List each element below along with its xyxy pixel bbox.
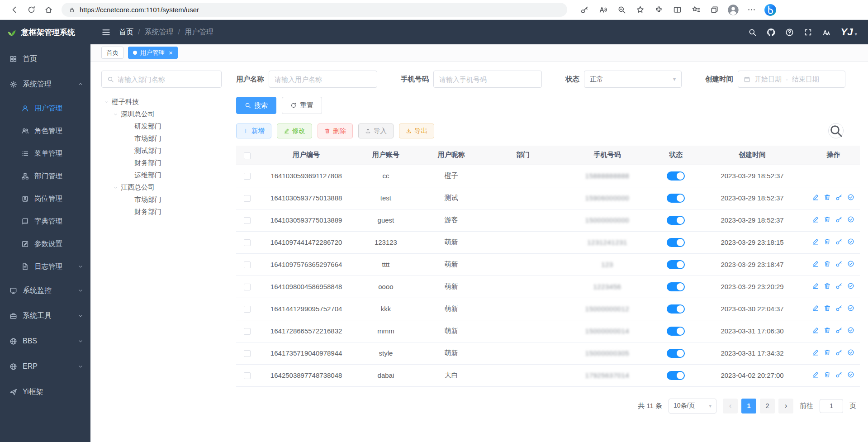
username-input[interactable] <box>269 71 377 88</box>
sidebar-item-param-settings[interactable]: 参数设置 <box>0 233 90 255</box>
sidebar-item-system-monitor[interactable]: 系统监控 <box>0 278 90 303</box>
status-toggle[interactable] <box>667 327 685 336</box>
tree-node[interactable]: 深圳总公司 <box>101 108 222 120</box>
row-checkbox[interactable] <box>244 284 251 290</box>
search-icon[interactable] <box>748 28 757 37</box>
assign-role-icon[interactable] <box>847 194 854 201</box>
delete-row-icon[interactable] <box>824 371 831 378</box>
toggle-search-button[interactable] <box>828 123 844 138</box>
page-2-button[interactable]: 2 <box>760 399 775 413</box>
import-button[interactable]: 导入 <box>358 124 394 138</box>
sidebar-item-erp[interactable]: ERP <box>0 354 90 379</box>
delete-button[interactable]: 删除 <box>318 124 353 138</box>
assign-role-icon[interactable] <box>847 282 854 290</box>
row-checkbox[interactable] <box>244 173 251 180</box>
reset-button[interactable]: 重置 <box>282 97 322 114</box>
reset-password-icon[interactable] <box>835 349 843 356</box>
sidebar-item-home[interactable]: 首页 <box>0 46 90 71</box>
reset-password-icon[interactable] <box>835 260 843 267</box>
row-checkbox[interactable] <box>244 239 251 246</box>
tree-node[interactable]: 橙子科技 <box>101 96 222 108</box>
sidebar-item-dict-management[interactable]: 字典管理 <box>0 210 90 233</box>
tree-node[interactable]: 市场部门 <box>101 133 222 145</box>
reset-password-icon[interactable] <box>835 282 843 290</box>
collapse-sidebar-icon[interactable] <box>101 28 111 37</box>
expand-caret-icon[interactable] <box>113 112 118 117</box>
assign-role-icon[interactable] <box>847 371 854 378</box>
delete-row-icon[interactable] <box>824 216 831 223</box>
expand-caret-icon[interactable] <box>104 100 109 105</box>
assign-role-icon[interactable] <box>847 216 854 223</box>
reset-password-icon[interactable] <box>835 194 843 201</box>
export-button[interactable]: 导出 <box>399 124 434 138</box>
sidebar-item-menu-management[interactable]: 菜单管理 <box>0 142 90 165</box>
sidebar-item-system-management[interactable]: 系统管理 <box>0 71 90 97</box>
prev-page-button[interactable]: ‹ <box>723 399 738 413</box>
row-checkbox[interactable] <box>244 195 251 202</box>
split-screen-icon[interactable] <box>670 2 685 17</box>
edit-row-icon[interactable] <box>812 216 819 223</box>
delete-row-icon[interactable] <box>824 304 831 312</box>
edit-row-icon[interactable] <box>812 327 819 334</box>
status-toggle[interactable] <box>667 260 685 269</box>
status-toggle[interactable] <box>667 238 685 247</box>
app-logo[interactable]: 意框架管理系统 <box>0 20 90 44</box>
delete-row-icon[interactable] <box>824 349 831 356</box>
sidebar-item-role-management[interactable]: 角色管理 <box>0 119 90 142</box>
sidebar-item-post-management[interactable]: 岗位管理 <box>0 187 90 210</box>
collections-icon[interactable] <box>707 2 722 17</box>
zoom-out-icon[interactable] <box>614 2 629 17</box>
sidebar-item-department-management[interactable]: 部门管理 <box>0 165 90 187</box>
expand-caret-icon[interactable] <box>113 185 118 190</box>
status-toggle[interactable] <box>667 282 685 291</box>
edit-row-icon[interactable] <box>812 371 819 378</box>
row-checkbox[interactable] <box>244 350 251 357</box>
sidebar-item-system-tools[interactable]: 系统工具 <box>0 303 90 328</box>
address-bar[interactable]: https://ccnetcore.com:1101/system/user <box>62 3 567 17</box>
home-icon[interactable] <box>41 2 56 18</box>
favorites-bar-icon[interactable] <box>688 2 703 17</box>
tree-node[interactable]: 市场部门 <box>101 194 222 206</box>
search-button[interactable]: 搜索 <box>236 97 276 114</box>
help-icon[interactable] <box>785 28 794 37</box>
tree-node[interactable]: 研发部门 <box>101 120 222 133</box>
status-toggle[interactable] <box>667 171 685 181</box>
delete-row-icon[interactable] <box>824 238 831 245</box>
close-tab-icon[interactable]: × <box>169 49 173 57</box>
favorite-add-icon[interactable] <box>633 2 648 17</box>
edit-row-icon[interactable] <box>812 304 819 312</box>
tree-node[interactable]: 运维部门 <box>101 169 222 181</box>
reset-password-icon[interactable] <box>835 238 843 245</box>
add-button[interactable]: 新增 <box>236 124 271 138</box>
tree-node[interactable]: 财务部门 <box>101 157 222 169</box>
status-select[interactable]: 正常 ▾ <box>584 71 682 88</box>
status-toggle[interactable] <box>667 371 685 380</box>
status-toggle[interactable] <box>667 194 685 203</box>
delete-row-icon[interactable] <box>824 260 831 267</box>
edit-row-icon[interactable] <box>812 194 819 201</box>
page-size-select[interactable]: 10条/页 ▾ <box>669 399 716 413</box>
row-checkbox[interactable] <box>244 328 251 335</box>
select-all-checkbox[interactable] <box>244 152 251 159</box>
key-icon[interactable] <box>577 2 592 17</box>
edit-row-icon[interactable] <box>812 282 819 290</box>
extensions-icon[interactable] <box>651 2 666 17</box>
tree-node[interactable]: 财务部门 <box>101 206 222 218</box>
tab-home[interactable]: 首页 <box>101 47 123 59</box>
tree-node[interactable]: 测试部门 <box>101 145 222 157</box>
sidebar-item-bbs[interactable]: BBS <box>0 328 90 354</box>
github-icon[interactable] <box>767 28 775 37</box>
row-checkbox[interactable] <box>244 217 251 224</box>
fullscreen-icon[interactable] <box>804 28 812 37</box>
assign-role-icon[interactable] <box>847 238 854 245</box>
assign-role-icon[interactable] <box>847 327 854 334</box>
row-checkbox[interactable] <box>244 372 251 379</box>
tab-user-management[interactable]: 用户管理× <box>128 47 178 59</box>
department-search-input[interactable] <box>118 76 216 83</box>
reset-password-icon[interactable] <box>835 304 843 312</box>
phone-input[interactable] <box>433 71 542 88</box>
goto-page-input[interactable] <box>820 399 843 413</box>
sidebar-item-user-management[interactable]: 用户管理 <box>0 97 90 119</box>
sidebar-item-log-management[interactable]: 日志管理 <box>0 255 90 278</box>
modify-button[interactable]: 修改 <box>277 124 312 138</box>
